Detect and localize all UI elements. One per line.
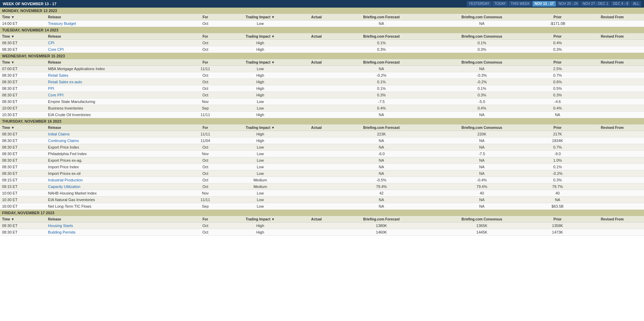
- table-row: 08:30 ETContinuing Claims11/04HighNANA18…: [0, 138, 644, 144]
- col-header-trading_impact[interactable]: Trading Impact ▼: [221, 14, 299, 20]
- forecast-cell: NA: [334, 138, 429, 144]
- col-header-trading_impact[interactable]: Trading Impact ▼: [221, 59, 299, 66]
- table-row: 08:30 ETCore CPIOctHigh0.3%0.3%0.3%: [0, 46, 644, 53]
- consensus-cell: -0.4%: [429, 177, 534, 183]
- for-cell: 11/11: [189, 66, 221, 72]
- release-link[interactable]: Retail Sales ex-auto: [48, 80, 82, 84]
- release-cell[interactable]: CPI: [46, 40, 189, 46]
- release-link[interactable]: Industrial Production: [48, 178, 83, 182]
- release-link[interactable]: Initial Claims: [48, 132, 69, 136]
- nav-btn-dec-4---8[interactable]: DEC 4 - 8: [611, 1, 630, 7]
- actual-cell: [299, 46, 334, 53]
- forecast-cell: -7.5: [334, 98, 429, 105]
- forecast-cell: NA: [334, 197, 429, 203]
- release-cell[interactable]: Retail Sales: [46, 72, 189, 79]
- forecast-cell: 223K: [334, 131, 429, 138]
- release-link[interactable]: CPI: [48, 41, 54, 45]
- time-cell: 08:30 ET: [0, 144, 46, 151]
- actual-cell: [299, 85, 334, 92]
- release-cell[interactable]: Initial Claims: [46, 131, 189, 138]
- time-cell: 08:30 ET: [0, 79, 46, 85]
- release-cell[interactable]: Retail Sales ex-auto: [46, 79, 189, 85]
- col-header-briefing_forecast: Briefing.com Forecast: [334, 59, 429, 66]
- prior-cell: 0.3%: [534, 46, 580, 53]
- consensus-cell: NA: [429, 164, 534, 170]
- revised-cell: [580, 170, 644, 177]
- col-header-release: Release: [46, 34, 189, 40]
- release-link[interactable]: Capacity Utilization: [48, 185, 80, 189]
- release-link[interactable]: Core PPI: [48, 93, 64, 97]
- for-cell: Oct: [189, 157, 221, 164]
- col-header-time[interactable]: Time ▼: [0, 216, 46, 223]
- time-cell: 10:00 ET: [0, 190, 46, 197]
- col-header-trading_impact[interactable]: Trading Impact ▼: [221, 125, 299, 131]
- release-cell[interactable]: PPI: [46, 85, 189, 92]
- revised-cell: [580, 190, 644, 197]
- nav-buttons: YESTERDAYTODAYTHIS WEEKNOV 13 - 17NOV 20…: [467, 1, 641, 7]
- release-cell[interactable]: Treasury Budget: [46, 20, 189, 27]
- for-cell: 11/04: [189, 138, 221, 144]
- prior-cell: 0.4%: [534, 105, 580, 112]
- release-link[interactable]: Treasury Budget: [48, 21, 76, 26]
- release-cell[interactable]: Capacity Utilization: [46, 183, 189, 190]
- col-header-time[interactable]: Time ▼: [0, 34, 46, 40]
- nav-btn-nov-20---24[interactable]: NOV 20 - 24: [557, 1, 580, 7]
- release-cell: Philadelphia Fed Index: [46, 151, 189, 157]
- section-header: WEDNESDAY, NOVEMBER 15 2023: [0, 53, 644, 59]
- nav-btn-nov-13---17[interactable]: NOV 13 - 17: [532, 1, 556, 7]
- col-header-briefing_forecast: Briefing.com Forecast: [334, 216, 429, 223]
- table-row: 08:30 ETRetail SalesOctHigh-0.2%-0.3%0.7…: [0, 72, 644, 79]
- release-cell[interactable]: Building Permits: [46, 229, 189, 236]
- consensus-cell: 0.3%: [429, 46, 534, 53]
- release-link[interactable]: Core CPI: [48, 47, 64, 51]
- release-cell: Import Prices ex-oil: [46, 170, 189, 177]
- col-header-for: For: [189, 14, 221, 20]
- col-header-for: For: [189, 216, 221, 223]
- nav-btn-today[interactable]: TODAY: [492, 1, 508, 7]
- release-cell[interactable]: Continuing Claims: [46, 138, 189, 144]
- impact-cell: High: [221, 223, 299, 229]
- release-link[interactable]: Continuing Claims: [48, 139, 79, 143]
- release-cell[interactable]: Housing Starts: [46, 223, 189, 229]
- consensus-cell: NA: [429, 20, 534, 27]
- forecast-cell: -0.2%: [334, 72, 429, 79]
- prior-cell: 1.0%: [534, 157, 580, 164]
- release-cell[interactable]: Industrial Production: [46, 177, 189, 183]
- forecast-cell: NA: [334, 144, 429, 151]
- prior-cell: 0.7%: [534, 144, 580, 151]
- time-cell: 10:30 ET: [0, 197, 46, 203]
- col-header-actual: Actual: [299, 125, 334, 131]
- col-header-trading_impact[interactable]: Trading Impact ▼: [221, 34, 299, 40]
- release-cell[interactable]: Core CPI: [46, 46, 189, 53]
- nav-btn-yesterday[interactable]: YESTERDAY: [467, 1, 492, 7]
- time-cell: 08:30 ET: [0, 72, 46, 79]
- nav-btn-this-week[interactable]: THIS WEEK: [509, 1, 532, 7]
- revised-cell: [580, 98, 644, 105]
- time-cell: 09:15 ET: [0, 183, 46, 190]
- release-link[interactable]: Retail Sales: [48, 73, 68, 77]
- for-cell: Oct: [189, 164, 221, 170]
- release-link[interactable]: PPI: [48, 86, 54, 91]
- release-link[interactable]: Housing Starts: [48, 224, 73, 228]
- release-cell[interactable]: Core PPI: [46, 92, 189, 98]
- col-header-time[interactable]: Time ▼: [0, 14, 46, 20]
- revised-cell: [580, 112, 644, 118]
- for-cell: Sep: [189, 105, 221, 112]
- actual-cell: [299, 112, 334, 118]
- forecast-cell: NA: [334, 203, 429, 210]
- nav-btn-all[interactable]: ALL: [631, 1, 641, 7]
- prior-cell: 79.7%: [534, 183, 580, 190]
- revised-cell: [580, 144, 644, 151]
- revised-cell: [580, 131, 644, 138]
- section-header: FRIDAY, NOVEMBER 17 2023: [0, 210, 644, 216]
- release-cell: Net Long-Term TIC Flows: [46, 203, 189, 210]
- col-header-time[interactable]: Time ▼: [0, 59, 46, 66]
- for-cell: Oct: [189, 170, 221, 177]
- release-link[interactable]: Building Permits: [48, 230, 75, 234]
- col-header-time[interactable]: Time ▼: [0, 125, 46, 131]
- col-header-revised_from: Revised From: [580, 14, 644, 20]
- col-header-trading_impact[interactable]: Trading Impact ▼: [221, 216, 299, 223]
- nav-btn-nov-27---dec-1[interactable]: NOV 27 - DEC 1: [580, 1, 610, 7]
- revised-cell: [580, 72, 644, 79]
- actual-cell: [299, 223, 334, 229]
